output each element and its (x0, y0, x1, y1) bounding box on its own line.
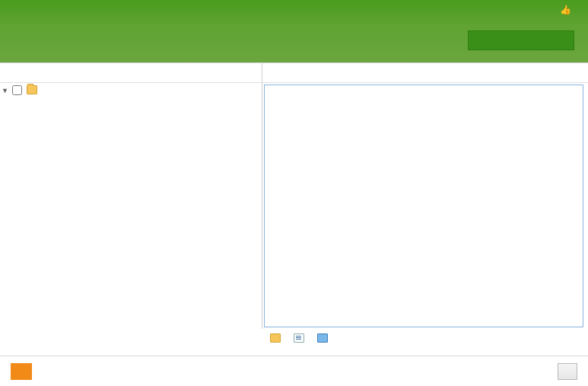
tree-group-plugins[interactable]: ▾ (0, 83, 262, 97)
analyze-button[interactable] (468, 30, 574, 50)
properties-icon (294, 333, 304, 343)
footer-bar (0, 356, 588, 386)
folder-icon (270, 333, 281, 343)
collapse-icon[interactable]: ▾ (3, 86, 11, 94)
category-tree[interactable]: ▾ (0, 83, 262, 329)
category-header-row (0, 63, 262, 83)
details-panel (262, 63, 588, 329)
main-area: ▾ (0, 62, 588, 329)
properties-link[interactable] (294, 333, 307, 343)
registry-icon (317, 333, 328, 343)
right-action-links (262, 333, 588, 343)
details-list[interactable] (264, 85, 583, 327)
action-links-row (0, 329, 588, 347)
regedit-link[interactable] (317, 333, 330, 343)
header-banner: 👍 (0, 0, 588, 62)
upgrade-button[interactable] (11, 363, 32, 380)
details-header-row (262, 63, 588, 83)
like-button[interactable]: 👍 (560, 5, 574, 15)
thumb-up-icon: 👍 (560, 5, 571, 15)
folder-icon (27, 85, 37, 94)
group-checkbox[interactable] (12, 85, 22, 95)
ignore-list-manager-button[interactable] (558, 363, 577, 380)
open-folder-link[interactable] (270, 333, 283, 343)
category-panel: ▾ (0, 63, 262, 329)
